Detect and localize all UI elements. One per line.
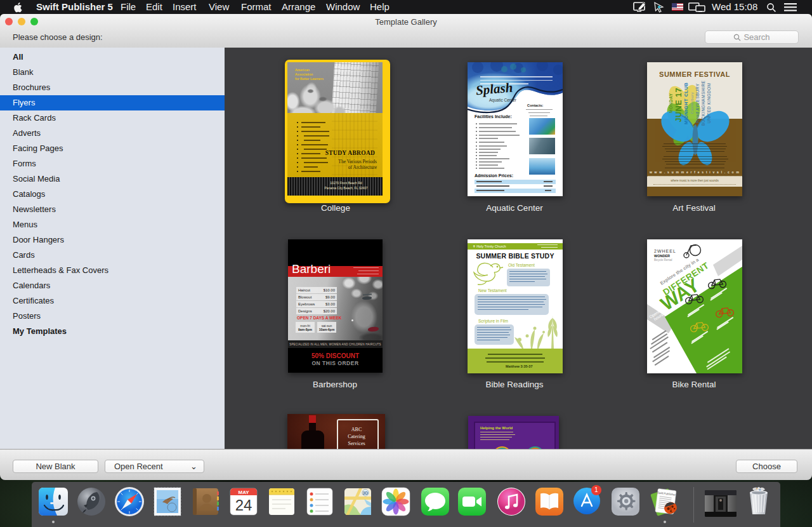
svg-text:MAY: MAY <box>238 490 249 495</box>
svg-text:3D: 3D <box>363 491 369 495</box>
svg-text:24: 24 <box>235 497 252 514</box>
svg-text:1: 1 <box>594 486 598 493</box>
